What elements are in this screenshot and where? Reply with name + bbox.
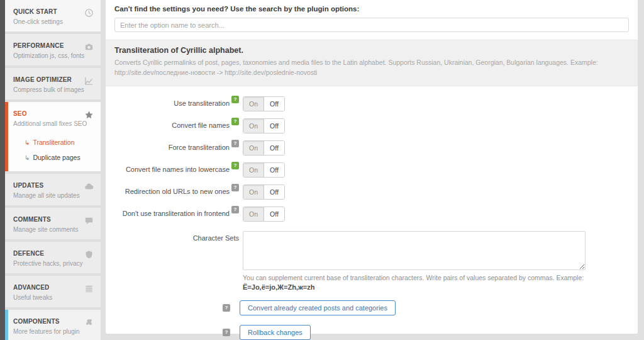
character-sets-textarea[interactable] [243,231,586,270]
on-off-toggle: OnOff [243,184,285,200]
toggle-on-button[interactable]: On [243,185,264,199]
help-badge-icon[interactable]: ? [231,96,239,103]
sidebar-subitem-label: Duplicate pages [33,154,80,161]
toggle-on-button[interactable]: On [243,119,264,133]
setting-row-force-transliteration: Force transliteration? OnOff [106,140,638,156]
sidebar-item-title: UPDATES [13,182,94,189]
sidebar-item-title: IMAGE OPTIMIZER [13,76,94,83]
admin-menu-strip [0,0,5,340]
star-icon [84,110,94,120]
character-sets-label: Character Sets [106,231,239,242]
toggle-on-button[interactable]: On [243,141,264,155]
sidebar-item-title: SEO [13,110,94,117]
section-title: Transliteration of Cyrillic alphabet. [114,46,629,55]
sidebar-item-subtitle: One-click settings [13,18,94,25]
clock-icon [84,8,94,18]
sidebar-item-comments[interactable]: COMMENTS Manage site comments [5,208,101,239]
search-label: Can't find the settings you need? Use th… [114,5,629,13]
toggle-off-button[interactable]: Off [264,207,284,221]
help-badge-icon[interactable]: ? [231,206,239,213]
sidebar-item-defence[interactable]: DEFENCE Protective hacks, privacy [5,242,101,273]
on-off-toggle: OnOff [243,118,285,133]
on-off-toggle: OnOff [243,140,285,156]
seo-submenu: ↳Transliteration ↳Duplicate pages [13,135,94,165]
settings-panel: Can't find the settings you need? Use th… [106,0,638,334]
sidebar-item-quick-start[interactable]: QUICK START One-click settings [5,0,101,31]
toggle-off-button[interactable]: Off [264,185,284,199]
sidebar-item-title: DEFENCE [13,250,94,257]
help-badge-icon[interactable]: ? [231,184,239,191]
help-example: Ё=Jo,ё=jo,Ж=Zh,ж=zh [243,283,595,291]
toggle-off-button[interactable]: Off [264,119,284,133]
sidebar-item-title: COMPONENTS [13,318,94,325]
sidebar-item-performance[interactable]: PERFORMANCE Optimization js, css, fonts [5,34,101,65]
sidebar-item-subtitle: Manage site comments [13,226,94,233]
comment-icon [84,216,94,225]
setting-label: Convert file names into lowercase [126,166,230,173]
plugin-icon [84,318,94,327]
shield-icon [84,250,94,259]
setting-row-lowercase-file-names: Convert file names into lowercase? OnOff [106,162,638,178]
sidebar-item-updates[interactable]: UPDATES Manage all site updates [5,174,101,205]
sidebar-item-advanced[interactable]: ADVANCED Useful tweaks [5,276,101,307]
help-badge-icon[interactable]: ? [223,304,230,312]
active-section-bar [5,102,8,171]
setting-row-character-sets: Character Sets [106,231,638,270]
toggle-off-button[interactable]: Off [264,97,284,111]
sub-arrow-icon: ↳ [25,154,30,161]
setting-row-use-transliteration: Use transliteration? OnOff [106,96,638,111]
sidebar-item-subtitle: More features for plugin [13,328,94,335]
sidebar-item-title: COMMENTS [13,216,94,223]
components-section-bar [5,310,8,340]
help-badge-icon[interactable]: ? [231,140,239,147]
sidebar-subitem-duplicate-pages[interactable]: ↳Duplicate pages [25,150,94,165]
setting-row-no-frontend-transliteration: Don't use transliteration in frontend? O… [106,207,638,222]
on-off-toggle: OnOff [243,162,285,178]
toggle-off-button[interactable]: Off [264,163,284,177]
sidebar-item-title: ADVANCED [13,284,94,291]
sidebar-item-subtitle: Manage all site updates [13,192,94,199]
section-header: Transliteration of Cyrillic alphabet. Co… [106,40,638,86]
rollback-row: ? Rollback changes [106,325,638,340]
sidebar-item-components[interactable]: COMPONENTS More features for plugin [5,310,101,340]
plugin-sidebar: QUICK START One-click settings PERFORMAN… [5,0,101,340]
setting-label: Use transliteration [174,99,230,107]
on-off-toggle: OnOff [243,207,285,222]
character-sets-help: You can supplement current base of trans… [243,273,595,292]
convert-posts-row: ? Convert already created posts and cate… [106,300,638,315]
sidebar-item-subtitle: Useful tweaks [13,294,94,301]
chart-icon [84,76,94,86]
setting-label: Force transliteration [169,144,230,151]
setting-label: Convert file names [172,122,230,129]
setting-label: Redirection old URLs to new ones [125,188,230,195]
sidebar-subitem-label: Transliteration [33,139,74,146]
sidebar-item-title: PERFORMANCE [13,42,94,49]
sidebar-item-subtitle: Compress bulk of images [13,86,94,93]
camera-icon [84,42,94,52]
help-badge-icon[interactable]: ? [231,162,239,169]
help-badge-icon[interactable]: ? [223,329,230,336]
cloud-icon [84,182,94,191]
section-description: Converts Cyrillic permalinks of post, pa… [114,57,625,78]
convert-posts-button[interactable]: Convert already created posts and catego… [240,300,396,315]
help-text: You can supplement current base of trans… [243,273,595,283]
option-search-input[interactable] [114,18,629,32]
toggle-on-button[interactable]: On [243,97,264,111]
help-badge-icon[interactable]: ? [231,118,239,125]
sidebar-item-seo[interactable]: SEO Additional small fixes SEO ↳Translit… [5,102,101,171]
toggle-on-button[interactable]: On [243,163,264,177]
rollback-changes-button[interactable]: Rollback changes [240,325,311,340]
list-icon [84,284,94,293]
sidebar-item-image-optimizer[interactable]: IMAGE OPTIMIZER Compress bulk of images [5,68,101,99]
setting-row-redirect-old-urls: Redirection old URLs to new ones? OnOff [106,184,638,200]
toggle-off-button[interactable]: Off [264,141,284,155]
transliteration-form: Use transliteration? OnOff Convert file … [106,86,638,340]
sidebar-item-subtitle: Additional small fixes SEO [13,120,94,127]
sidebar-subitem-transliteration[interactable]: ↳Transliteration [25,135,94,150]
toggle-on-button[interactable]: On [243,207,264,221]
setting-row-convert-file-names: Convert file names? OnOff [106,118,638,133]
options-search-area: Can't find the settings you need? Use th… [106,0,638,40]
sidebar-item-subtitle: Optimization js, css, fonts [13,52,94,59]
sidebar-item-title: QUICK START [13,8,94,15]
setting-label: Don't use transliteration in frontend [123,210,230,217]
